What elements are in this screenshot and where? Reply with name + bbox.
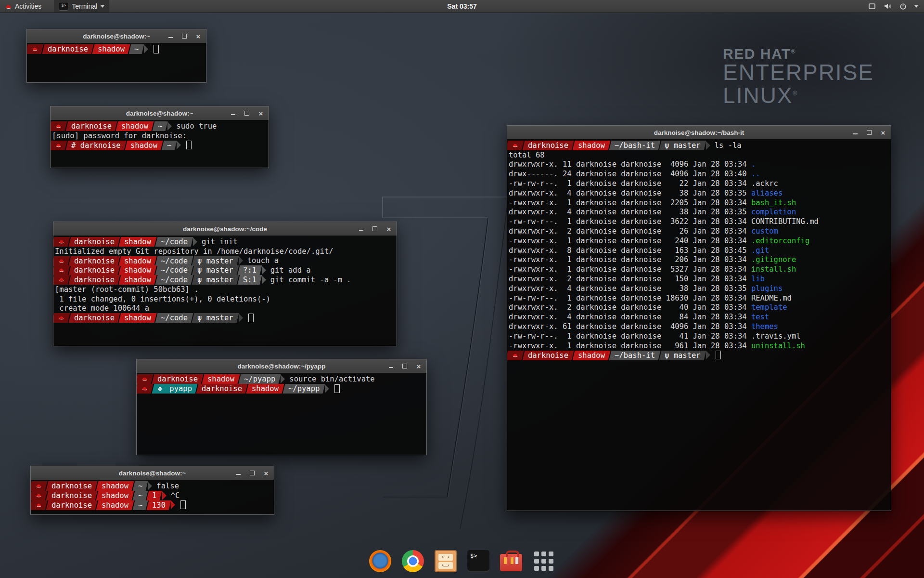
terminal-cursor	[334, 384, 340, 393]
minimize-button[interactable]	[358, 226, 364, 232]
prompt-segment: shadow	[92, 44, 130, 54]
terminal-content[interactable]: darknoiseshadow~sudo true[sudo] password…	[51, 120, 269, 168]
python-venv-icon: pyapp	[157, 384, 192, 393]
minimize-button[interactable]	[230, 110, 236, 116]
prompt-segment: darknoise	[46, 500, 98, 510]
ls-row-filename: bash_it.sh	[751, 198, 796, 207]
ls-row-filename: README.md	[751, 294, 792, 302]
window-titlebar[interactable]: darknoise@shadow:~ ×	[27, 29, 206, 43]
chevron-down-icon[interactable]	[914, 5, 918, 8]
clock[interactable]: Sat 03:57	[447, 2, 476, 10]
terminal-text: Initialized empty Git repository in /hom…	[55, 247, 334, 256]
prompt-segment: shadow	[202, 374, 240, 384]
maximize-icon	[867, 130, 872, 135]
prompt-segment: ~/code	[155, 265, 193, 275]
prompt-segment	[53, 265, 70, 275]
grid-dot	[541, 566, 546, 571]
maximize-button[interactable]	[866, 130, 872, 135]
ls-row-filename: themes	[751, 322, 778, 331]
window-titlebar[interactable]: darknoise@shadow:~/code ×	[53, 222, 397, 236]
file-manager-icon[interactable]	[435, 550, 457, 572]
close-button[interactable]: ×	[258, 110, 264, 116]
terminal-line: darknoiseshadow~sudo true	[52, 121, 268, 131]
prompt-segment: shadow	[96, 491, 134, 500]
minimize-icon	[168, 37, 173, 38]
activities-button[interactable]: Activities	[5, 2, 41, 10]
close-button[interactable]: ×	[386, 226, 392, 232]
prompt-arrow-icon	[262, 266, 266, 275]
grid-dot	[549, 552, 553, 556]
window-titlebar[interactable]: darknoise@shadow:~ ×	[51, 106, 269, 120]
terminal-content[interactable]: darknoiseshadow~	[27, 43, 206, 82]
close-button[interactable]: ×	[416, 363, 422, 369]
prompt-segment	[31, 481, 47, 491]
ls-row-filename: .ackrc	[751, 179, 778, 188]
maximize-button[interactable]	[244, 110, 250, 116]
terminal-text: total 68	[509, 151, 545, 159]
terminal-content[interactable]: darknoiseshadow~/bash-itψ masterls -lato…	[507, 139, 891, 511]
close-button[interactable]: ×	[880, 130, 886, 135]
maximize-button[interactable]	[181, 33, 187, 39]
window-titlebar[interactable]: darknoise@shadow:~/pyapp ×	[137, 359, 426, 373]
maximize-icon	[182, 34, 187, 39]
minimize-button[interactable]	[167, 33, 173, 39]
maximize-button[interactable]	[249, 470, 255, 476]
terminal-text: ^C	[171, 491, 180, 500]
prompt-segment: ~	[161, 141, 177, 150]
prompt-segment: ~	[133, 500, 148, 510]
ls-row-meta: -rw-rw-r--. 1 darknoise darknoise 3622 J…	[509, 217, 751, 226]
minimize-button[interactable]	[235, 470, 241, 476]
terminal-content[interactable]: darknoiseshadow~/pyappsource bin/activat…	[137, 373, 426, 455]
terminal-content[interactable]: darknoiseshadow~/codegit initInitialized…	[53, 236, 397, 346]
power-icon[interactable]	[899, 3, 907, 10]
minimize-icon	[389, 367, 393, 368]
redhat-prompt-icon	[32, 46, 38, 52]
prompt-segment	[31, 500, 47, 510]
grid-dot	[541, 552, 546, 556]
maximize-button[interactable]	[372, 226, 378, 232]
registered-mark: ®	[791, 48, 796, 55]
minimize-button[interactable]	[388, 363, 394, 369]
window-titlebar[interactable]: darknoise@shadow:~ ×	[31, 466, 274, 480]
window-titlebar[interactable]: darknoise@shadow:~/bash-it ×	[507, 126, 891, 140]
ls-row-filename: custom	[751, 227, 778, 236]
terminal-line: darknoiseshadow~/bash-itψ master	[509, 351, 890, 360]
app-grid-icon[interactable]	[533, 550, 555, 572]
ls-row-filename: .gitignore	[751, 255, 796, 264]
display-settings-icon[interactable]	[868, 3, 876, 10]
git-branch-icon: ψ master	[197, 276, 233, 284]
close-button[interactable]: ×	[263, 470, 269, 476]
prompt-segment: pyapp	[152, 384, 198, 394]
minimize-button[interactable]	[852, 130, 858, 135]
redhat-prompt-icon	[58, 239, 64, 244]
maximize-button[interactable]	[402, 363, 408, 369]
prompt-segment: ~	[133, 481, 148, 491]
ls-row-filename: template	[751, 303, 787, 312]
terminal-cursor	[180, 500, 186, 509]
prompt-segment: ψ master	[659, 351, 706, 360]
prompt-segment: ~/pyapp	[283, 384, 325, 394]
redhat-prompt-icon	[36, 483, 42, 488]
terminal-icon[interactable]: $>	[467, 550, 489, 572]
terminal-text: git commit -a -m .	[270, 276, 351, 284]
ls-row-filename: .travis.yml	[751, 332, 801, 341]
redhat-prompt-icon	[58, 277, 64, 283]
chrome-icon[interactable]	[402, 550, 424, 572]
terminal-window-sudo: darknoise@shadow:~ × darknoiseshadow~sud…	[50, 106, 269, 168]
maximize-icon	[402, 364, 407, 368]
toolbox-icon[interactable]	[500, 554, 522, 571]
prompt-segment	[53, 237, 70, 247]
prompt-segment: shadow	[119, 313, 157, 323]
prompt-arrow-icon	[262, 276, 266, 284]
terminal-line: -rwxrwxr-x. 1 darknoise darknoise 206 Ja…	[509, 255, 890, 265]
prompt-arrow-icon	[706, 141, 710, 150]
terminal-content[interactable]: darknoiseshadow~falsedarknoiseshadow~1^C…	[31, 480, 274, 514]
close-button[interactable]: ×	[195, 33, 201, 39]
firefox-icon[interactable]	[369, 550, 391, 572]
redhat-prompt-icon	[58, 258, 64, 263]
ls-row-filename: lib	[751, 275, 765, 283]
prompt-segment: shadow	[125, 141, 163, 150]
volume-icon[interactable]	[884, 3, 892, 10]
terminal-text: [master (root-commit) 50bcb63] .	[55, 285, 199, 294]
app-menu-terminal[interactable]: $> Terminal	[54, 0, 109, 13]
